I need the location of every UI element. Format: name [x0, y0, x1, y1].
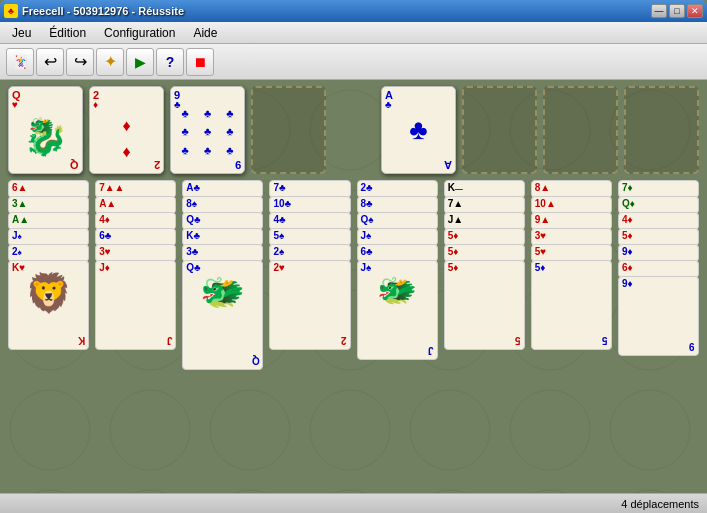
foundation-2[interactable]	[543, 86, 618, 174]
column-4[interactable]: 2♣ 8♣ Q♠ J♠ 6♣ J♠ 🐲 J	[357, 180, 438, 487]
foundation-0[interactable]: A ♣ ♣ A	[381, 86, 456, 174]
foundation-3[interactable]	[624, 86, 699, 174]
stop-button[interactable]: ⏹	[186, 48, 214, 76]
column-2[interactable]: A♣ 8♠ Q♣ K♣ 3♣ Q♣ 🐲 Q	[182, 180, 263, 487]
column-5[interactable]: K— 7▲ J▲ 5♦ 5♦ 5♦ 5	[444, 180, 525, 487]
toolbar: 🃏 ↩ ↪ ✦ ▶ ? ⏹	[0, 44, 707, 80]
column-6[interactable]: 8▲ 10▲ 9▲ 3♥ 5♥ 5♦ 5	[531, 180, 612, 487]
hint-button[interactable]: ✦	[96, 48, 124, 76]
columns-area: 6▲ 3▲ A▲ J♠ 2♠ K♥ 🦁 K 7▲▲ A▲ 4♦ 6♣ 3♥	[8, 180, 699, 487]
undo-button[interactable]: ↩	[36, 48, 64, 76]
redo-button[interactable]: ↪	[66, 48, 94, 76]
menu-bar: Jeu Édition Configuration Aide	[0, 22, 707, 44]
menu-configuration[interactable]: Configuration	[96, 24, 183, 42]
column-1[interactable]: 7▲▲ A▲ 4♦ 6♣ 3♥ J♦ J	[95, 180, 176, 487]
maximize-button[interactable]: □	[669, 4, 685, 18]
freecell-1[interactable]: 2 ♦ ♦ ♦ 2	[89, 86, 164, 174]
foundation-1[interactable]	[462, 86, 537, 174]
title-bar-left: ♣ Freecell - 503912976 - Réussite	[4, 4, 184, 18]
column-0[interactable]: 6▲ 3▲ A▲ J♠ 2♠ K♥ 🦁 K	[8, 180, 89, 487]
moves-count: 4 déplacements	[621, 498, 699, 510]
menu-aide[interactable]: Aide	[185, 24, 225, 42]
freecell-3[interactable]	[251, 86, 326, 174]
minimize-button[interactable]: —	[651, 4, 667, 18]
menu-edition[interactable]: Édition	[41, 24, 94, 42]
column-7[interactable]: 7♦ Q♦ 4♦ 5♦ 9♦ 6♦ 9♦ 9	[618, 180, 699, 487]
title-bar: ♣ Freecell - 503912976 - Réussite — □ ✕	[0, 0, 707, 22]
menu-jeu[interactable]: Jeu	[4, 24, 39, 42]
new-game-button[interactable]: 🃏	[6, 48, 34, 76]
game-area: Q ♥ 🐉 Q 2 ♦ ♦ ♦ 2 9 ♣ ♣ ♣	[0, 80, 707, 493]
app-window: ♣ Freecell - 503912976 - Réussite — □ ✕ …	[0, 0, 707, 513]
top-row: Q ♥ 🐉 Q 2 ♦ ♦ ♦ 2 9 ♣ ♣ ♣	[8, 86, 699, 174]
column-3[interactable]: 7♣ 10♣ 4♣ 5♠ 2♠ 2♥ 2	[269, 180, 350, 487]
status-bar: 4 déplacements	[0, 493, 707, 513]
freecell-2[interactable]: 9 ♣ ♣ ♣ ♣ ♣ ♣ ♣ ♣ ♣ ♣ 9	[170, 86, 245, 174]
freecell-0[interactable]: Q ♥ 🐉 Q	[8, 86, 83, 174]
play-button[interactable]: ▶	[126, 48, 154, 76]
help-button[interactable]: ?	[156, 48, 184, 76]
app-icon: ♣	[4, 4, 18, 18]
close-button[interactable]: ✕	[687, 4, 703, 18]
window-title: Freecell - 503912976 - Réussite	[22, 5, 184, 17]
title-bar-controls: — □ ✕	[651, 4, 703, 18]
